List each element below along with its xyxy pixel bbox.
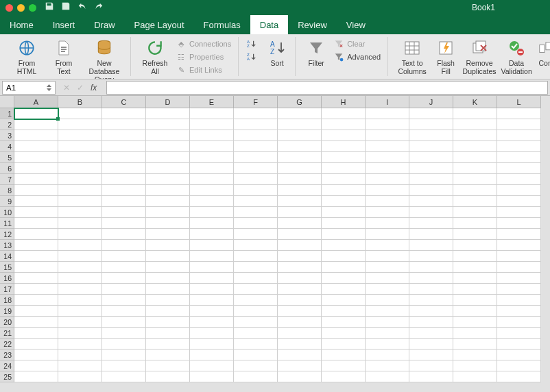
row-header[interactable]: 19 — [0, 306, 14, 317]
cell[interactable] — [14, 196, 58, 207]
row-header[interactable]: 8 — [0, 185, 14, 196]
cell[interactable] — [190, 251, 234, 262]
cell[interactable] — [234, 207, 278, 218]
text-to-columns-button[interactable]: Text to Columns — [394, 37, 431, 77]
cell[interactable] — [453, 273, 497, 284]
cell[interactable] — [14, 163, 58, 174]
cell[interactable] — [14, 317, 58, 328]
cell[interactable] — [366, 196, 409, 207]
cell[interactable] — [453, 360, 497, 371]
cell[interactable] — [102, 262, 146, 273]
row-header[interactable]: 14 — [0, 251, 14, 262]
cell[interactable] — [409, 317, 453, 328]
cell[interactable] — [497, 174, 541, 185]
cell[interactable] — [497, 163, 541, 174]
cell[interactable] — [102, 273, 146, 284]
cell[interactable] — [322, 163, 366, 174]
cell[interactable] — [14, 339, 58, 350]
cell[interactable] — [190, 339, 234, 350]
cell[interactable] — [278, 108, 322, 119]
cell[interactable] — [409, 207, 453, 218]
cell[interactable] — [234, 174, 278, 185]
undo-icon[interactable] — [77, 1, 87, 14]
cell[interactable] — [322, 284, 366, 295]
row-header[interactable]: 23 — [0, 350, 14, 360]
cell[interactable] — [453, 141, 497, 152]
column-header[interactable]: D — [146, 96, 190, 108]
cell[interactable] — [409, 196, 453, 207]
cell[interactable] — [366, 350, 409, 360]
cell[interactable] — [497, 240, 541, 251]
sort-desc-button[interactable]: ZA — [244, 51, 259, 62]
cell[interactable] — [102, 119, 146, 130]
cell[interactable] — [409, 360, 453, 371]
cell[interactable] — [58, 163, 102, 174]
cell[interactable] — [14, 350, 58, 360]
cell[interactable] — [409, 350, 453, 360]
cell[interactable] — [58, 350, 102, 360]
cell[interactable] — [58, 196, 102, 207]
cell[interactable] — [190, 152, 234, 163]
cell[interactable] — [453, 185, 497, 196]
cell[interactable] — [453, 196, 497, 207]
cell[interactable] — [497, 295, 541, 306]
cell[interactable] — [322, 218, 366, 229]
cell[interactable] — [366, 207, 409, 218]
cell[interactable] — [102, 306, 146, 317]
cell[interactable] — [234, 371, 278, 382]
cell[interactable] — [234, 196, 278, 207]
row-header[interactable]: 18 — [0, 295, 14, 306]
cell[interactable] — [453, 207, 497, 218]
cell[interactable] — [146, 185, 190, 196]
cell[interactable] — [497, 350, 541, 360]
cell[interactable] — [14, 141, 58, 152]
new-database-query-button[interactable]: New Database Query — [82, 37, 126, 79]
cell[interactable] — [58, 328, 102, 339]
cell[interactable] — [146, 229, 190, 240]
cell[interactable] — [409, 306, 453, 317]
cell[interactable] — [278, 174, 322, 185]
cell[interactable] — [497, 152, 541, 163]
connections-button[interactable]: ⬘Connections — [174, 38, 234, 49]
cell[interactable] — [102, 130, 146, 141]
cell[interactable] — [366, 108, 409, 119]
cell[interactable] — [14, 130, 58, 141]
cell[interactable] — [453, 328, 497, 339]
cell[interactable] — [322, 273, 366, 284]
cell[interactable] — [366, 251, 409, 262]
cell[interactable] — [278, 306, 322, 317]
cell[interactable] — [234, 152, 278, 163]
cell[interactable] — [146, 295, 190, 306]
cell[interactable] — [322, 317, 366, 328]
column-header[interactable]: E — [190, 96, 234, 108]
row-header[interactable]: 2 — [0, 119, 14, 130]
cell[interactable] — [366, 284, 409, 295]
cell[interactable] — [366, 229, 409, 240]
cell[interactable] — [453, 284, 497, 295]
cell[interactable] — [409, 251, 453, 262]
cell[interactable] — [234, 119, 278, 130]
row-header[interactable]: 6 — [0, 163, 14, 174]
cell[interactable] — [58, 130, 102, 141]
clear-filter-button[interactable]: Clear — [331, 38, 383, 49]
cell[interactable] — [366, 240, 409, 251]
cell[interactable] — [453, 350, 497, 360]
cell[interactable] — [497, 284, 541, 295]
cell[interactable] — [278, 339, 322, 350]
cell[interactable] — [366, 218, 409, 229]
cell[interactable] — [102, 360, 146, 371]
cell[interactable] — [190, 196, 234, 207]
cell[interactable] — [14, 371, 58, 382]
row-header[interactable]: 5 — [0, 152, 14, 163]
cell[interactable] — [497, 262, 541, 273]
cell[interactable] — [322, 306, 366, 317]
cell[interactable] — [190, 240, 234, 251]
cell[interactable] — [190, 218, 234, 229]
cell[interactable] — [278, 119, 322, 130]
cell[interactable] — [146, 360, 190, 371]
cell[interactable] — [409, 119, 453, 130]
cell[interactable] — [146, 141, 190, 152]
tab-insert[interactable]: Insert — [43, 15, 85, 34]
cell[interactable] — [102, 185, 146, 196]
cell[interactable] — [409, 284, 453, 295]
